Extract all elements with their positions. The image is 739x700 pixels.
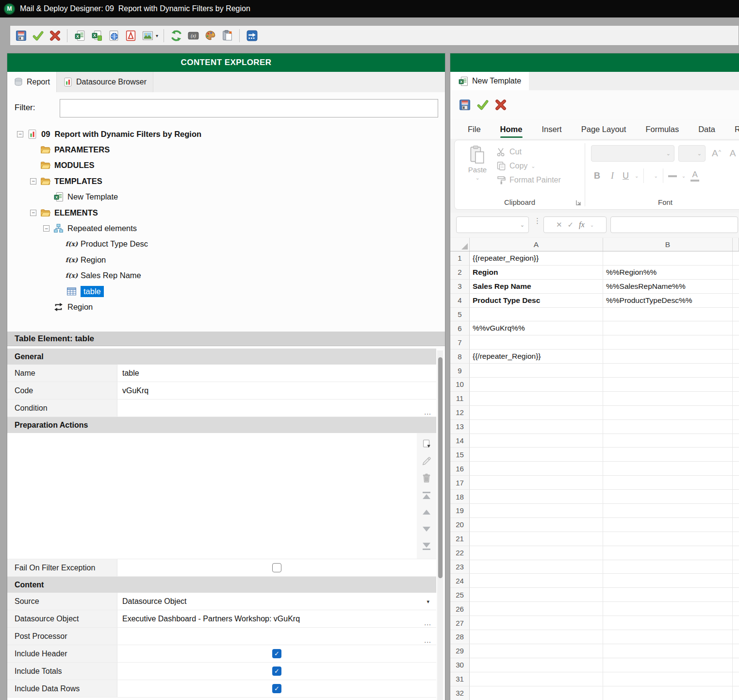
cell-B30[interactable] xyxy=(603,658,733,672)
move-to-bottom-button[interactable] xyxy=(420,540,433,552)
tree-item-modules[interactable]: MODULES xyxy=(7,158,445,173)
fail-on-filter-exception-checkbox[interactable] xyxy=(272,563,281,572)
include-totals-checkbox[interactable]: ✓ xyxy=(272,667,281,676)
column-header-B[interactable]: B xyxy=(603,238,733,251)
cell-C30[interactable] xyxy=(733,658,739,672)
property-value-condition[interactable]: ... xyxy=(117,400,436,417)
row-header-25[interactable]: 25 xyxy=(450,588,470,602)
cell-C21[interactable] xyxy=(733,532,739,546)
collapse-expander-icon[interactable]: − xyxy=(43,225,49,232)
row-header-27[interactable]: 27 xyxy=(450,616,470,630)
cell-A16[interactable] xyxy=(470,462,603,476)
cell-C7[interactable] xyxy=(733,335,739,350)
tab-new-template[interactable]: X New Template xyxy=(450,72,529,90)
property-value-fail-on-filter-exception[interactable] xyxy=(117,559,436,576)
cell-B23[interactable] xyxy=(603,560,733,574)
copy-button[interactable]: Copy ⌄ xyxy=(496,161,561,171)
paste-special-button[interactable] xyxy=(220,28,234,43)
format-painter-button[interactable]: Format Painter xyxy=(496,175,561,185)
cell-C24[interactable] xyxy=(733,574,739,588)
tree-item-region[interactable]: f(x)Region xyxy=(7,252,445,267)
row-header-20[interactable]: 20 xyxy=(450,518,470,532)
cell-A29[interactable] xyxy=(470,644,603,658)
property-value-code[interactable]: vGuKrq xyxy=(117,382,436,399)
grow-font-button[interactable]: A^ xyxy=(709,147,723,160)
include-data-rows-checkbox[interactable]: ✓ xyxy=(272,684,281,693)
property-value-post-processor[interactable]: ... xyxy=(117,628,436,645)
row-header-13[interactable]: 13 xyxy=(450,420,470,434)
cell-A23[interactable] xyxy=(470,560,603,574)
cell-A11[interactable] xyxy=(470,392,603,406)
underline-caret-icon[interactable]: ⌄ xyxy=(635,173,639,179)
cell-B27[interactable] xyxy=(603,616,733,630)
cell-C14[interactable] xyxy=(733,434,739,448)
enter-entry-icon[interactable]: ✓ xyxy=(568,220,574,229)
row-header-12[interactable]: 12 xyxy=(450,406,470,420)
italic-button[interactable]: I xyxy=(608,171,617,181)
fill-caret-icon[interactable]: ⌄ xyxy=(682,173,686,179)
cell-C15[interactable] xyxy=(733,448,739,462)
cell-B31[interactable] xyxy=(603,672,733,686)
formula-input[interactable] xyxy=(610,217,738,233)
column-header-C[interactable] xyxy=(733,238,739,251)
move-up-button[interactable] xyxy=(420,506,433,518)
bold-button[interactable]: B xyxy=(591,171,603,181)
tree-item-sales-rep-name[interactable]: f(x)Sales Rep Name xyxy=(7,268,445,283)
font-name-combo[interactable]: ⌄ xyxy=(591,145,674,162)
web-export-button[interactable] xyxy=(107,28,120,43)
tree-item-table[interactable]: table xyxy=(7,283,445,299)
row-header-29[interactable]: 29 xyxy=(450,644,470,658)
cell-C17[interactable] xyxy=(733,476,739,490)
cell-C18[interactable] xyxy=(733,490,739,504)
cancel-button[interactable] xyxy=(48,28,62,43)
cell-C11[interactable] xyxy=(733,392,739,406)
excel-copy-button[interactable]: X xyxy=(90,28,103,43)
cell-C4[interactable] xyxy=(733,294,739,308)
include-header-checkbox[interactable]: ✓ xyxy=(272,649,281,658)
move-to-top-button[interactable] xyxy=(420,489,433,501)
cell-B29[interactable] xyxy=(603,644,733,658)
row-header-7[interactable]: 7 xyxy=(450,335,470,350)
tree-item-repeated-elements[interactable]: −Repeated elements xyxy=(7,220,445,236)
edit-item-button[interactable] xyxy=(420,455,433,467)
cell-B5[interactable] xyxy=(603,308,733,322)
deploy-button[interactable] xyxy=(245,28,259,43)
cell-B32[interactable] xyxy=(603,686,733,700)
row-header-14[interactable]: 14 xyxy=(450,434,470,448)
row-header-8[interactable]: 8 xyxy=(450,350,470,364)
row-header-19[interactable]: 19 xyxy=(450,504,470,518)
cell-A26[interactable] xyxy=(470,602,603,616)
cell-A7[interactable] xyxy=(470,335,603,350)
cell-B15[interactable] xyxy=(603,448,733,462)
cell-B9[interactable] xyxy=(603,364,733,378)
pdf-export-button[interactable] xyxy=(124,28,137,43)
theme-button[interactable] xyxy=(203,28,217,43)
tree-item-templates[interactable]: −TEMPLATES xyxy=(7,173,445,189)
row-header-10[interactable]: 10 xyxy=(450,378,470,392)
cell-A10[interactable] xyxy=(470,378,603,392)
cell-C10[interactable] xyxy=(733,378,739,392)
row-header-6[interactable]: 6 xyxy=(450,321,470,335)
cell-C31[interactable] xyxy=(733,672,739,686)
cell-A14[interactable] xyxy=(470,434,603,448)
row-header-5[interactable]: 5 xyxy=(450,308,470,322)
row-header-16[interactable]: 16 xyxy=(450,462,470,476)
property-value-source[interactable]: Datasource Object▾ xyxy=(117,593,436,610)
cell-B2[interactable]: %%Region%% xyxy=(603,266,733,280)
ribbon-tab-r[interactable]: R xyxy=(734,122,739,138)
cell-A9[interactable] xyxy=(470,364,603,378)
excel-export-button[interactable]: X xyxy=(73,28,86,43)
cell-C27[interactable] xyxy=(733,616,739,630)
properties-scrollbar[interactable] xyxy=(437,350,443,700)
cell-A30[interactable] xyxy=(470,658,603,672)
row-header-32[interactable]: 32 xyxy=(450,686,470,700)
tree-item-parameters[interactable]: PARAMETERS xyxy=(7,142,445,157)
row-header-18[interactable]: 18 xyxy=(450,490,470,504)
cell-B20[interactable] xyxy=(603,518,733,532)
cell-B4[interactable]: %%ProductTypeDesc%% xyxy=(603,294,733,308)
cancel-entry-icon[interactable]: ✕ xyxy=(556,220,562,229)
move-down-button[interactable] xyxy=(420,523,433,535)
cut-button[interactable]: Cut xyxy=(496,147,561,157)
cell-A21[interactable] xyxy=(470,532,603,546)
cell-A4[interactable]: Product Type Desc xyxy=(470,294,603,308)
